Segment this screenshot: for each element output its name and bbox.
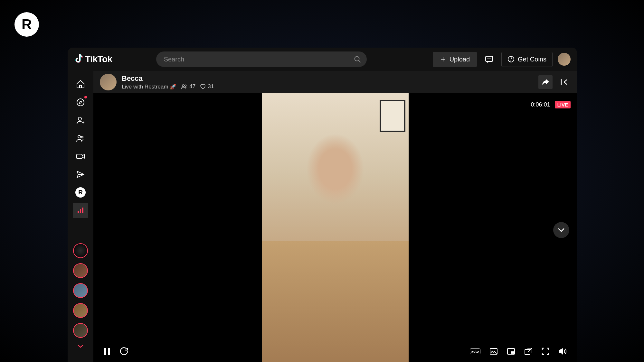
svg-rect-16 xyxy=(80,209,81,213)
sidebar-item-analytics[interactable] xyxy=(73,203,88,218)
search-button[interactable] xyxy=(348,55,367,63)
main-area: R Becca Live wit xyxy=(68,71,577,362)
refresh-icon xyxy=(120,347,128,356)
following-avatar-2[interactable] xyxy=(73,263,88,278)
viewer-count-stat: 47 xyxy=(181,83,195,90)
stream-subtitle: Live with Restream 🚀 xyxy=(122,83,176,90)
tiktok-icon xyxy=(74,54,83,64)
streamer-avatar[interactable] xyxy=(100,74,117,90)
stream-header: Becca Live with Restream 🚀 47 31 xyxy=(93,71,577,93)
svg-point-9 xyxy=(78,117,81,120)
content-area: Becca Live with Restream 🚀 47 31 xyxy=(93,71,577,362)
viewers-icon xyxy=(181,84,187,89)
collapse-icon xyxy=(560,79,568,86)
top-actions: Upload Get Coins xyxy=(433,52,571,67)
popout-icon xyxy=(524,348,533,355)
refresh-button[interactable] xyxy=(120,347,128,356)
pip-icon xyxy=(507,348,515,355)
viewer-count: 47 xyxy=(189,83,195,90)
svg-rect-26 xyxy=(525,349,530,355)
mini-player-button[interactable] xyxy=(507,348,515,355)
profile-avatar[interactable] xyxy=(558,53,571,66)
brand-logo[interactable]: TikTok xyxy=(74,54,112,64)
messages-button[interactable] xyxy=(482,52,496,66)
sidebar-item-explore[interactable] xyxy=(73,95,88,110)
video-area: 0:06:01 LIVE xyxy=(93,93,577,362)
pause-button[interactable] xyxy=(104,347,111,356)
stream-timer: 0:06:01 xyxy=(531,101,550,108)
person-plus-icon xyxy=(76,116,85,125)
svg-rect-22 xyxy=(108,348,110,355)
svg-rect-15 xyxy=(78,211,79,213)
collapse-panel-button[interactable] xyxy=(558,76,571,88)
compass-icon xyxy=(76,98,85,107)
quality-button[interactable]: auto xyxy=(470,348,480,354)
heart-icon xyxy=(200,84,206,89)
svg-point-12 xyxy=(78,135,80,138)
sidebar-item-following[interactable] xyxy=(73,113,88,128)
search-input[interactable] xyxy=(156,56,348,63)
streamer-sub-row: Live with Restream 🚀 47 31 xyxy=(122,83,214,90)
video-icon xyxy=(76,152,85,161)
topbar: TikTok Upload Get Coins xyxy=(68,48,577,71)
fullscreen-button[interactable] xyxy=(542,348,549,355)
notification-dot xyxy=(84,96,87,98)
message-icon xyxy=(485,55,494,64)
home-icon xyxy=(76,79,85,89)
sidebar-item-home[interactable] xyxy=(73,77,88,92)
background-decor xyxy=(380,100,405,132)
svg-point-13 xyxy=(81,136,83,138)
following-avatar-3[interactable] xyxy=(73,283,88,298)
send-icon xyxy=(76,170,85,179)
sidebar-item-restream[interactable]: R xyxy=(73,185,88,200)
landscape-icon xyxy=(489,348,498,355)
streamer-info: Becca Live with Restream 🚀 47 31 xyxy=(122,74,214,90)
chevron-down-icon xyxy=(77,344,84,348)
following-avatar-1[interactable] xyxy=(73,243,88,258)
app-window: TikTok Upload Get Coins xyxy=(68,48,577,362)
streamer-name: Becca xyxy=(122,74,214,83)
volume-button[interactable] xyxy=(558,348,567,355)
chart-icon xyxy=(77,207,84,214)
svg-point-19 xyxy=(185,85,186,87)
theater-mode-button[interactable] xyxy=(489,348,498,355)
following-avatar-5[interactable] xyxy=(73,323,88,338)
upload-button[interactable]: Upload xyxy=(433,52,477,67)
svg-rect-14 xyxy=(77,154,82,159)
search-box xyxy=(156,51,367,67)
svg-rect-25 xyxy=(511,351,514,354)
player-controls: auto xyxy=(93,347,577,356)
overlay-logo-letter: R xyxy=(22,16,32,32)
pop-out-button[interactable] xyxy=(524,348,533,355)
like-count-stat: 31 xyxy=(200,83,214,90)
pause-icon xyxy=(104,347,111,356)
status-overlay: 0:06:01 LIVE xyxy=(531,101,571,108)
svg-point-8 xyxy=(77,99,84,106)
sidebar-item-inbox[interactable] xyxy=(73,167,88,182)
volume-icon xyxy=(558,348,567,355)
share-icon xyxy=(542,79,549,86)
get-coins-button[interactable]: Get Coins xyxy=(501,52,553,67)
scroll-next-button[interactable] xyxy=(553,222,569,238)
coin-icon xyxy=(507,56,515,63)
sidebar-item-friends[interactable] xyxy=(73,131,88,146)
restream-overlay-logo: R xyxy=(14,12,39,37)
following-more-button[interactable] xyxy=(77,344,84,348)
sidebar-item-live[interactable] xyxy=(73,149,88,164)
controls-right: auto xyxy=(470,348,567,355)
following-avatar-4[interactable] xyxy=(73,303,88,318)
video-feed[interactable] xyxy=(262,93,409,362)
restream-logo-icon: R xyxy=(75,187,86,198)
svg-rect-21 xyxy=(104,348,106,355)
svg-rect-7 xyxy=(80,85,81,88)
svg-rect-17 xyxy=(82,208,83,213)
brand-text: TikTok xyxy=(85,54,112,64)
like-count: 31 xyxy=(208,83,214,90)
svg-line-1 xyxy=(359,60,360,62)
search-icon xyxy=(354,55,361,63)
share-button[interactable] xyxy=(538,75,553,89)
live-badge: LIVE xyxy=(555,101,571,108)
plus-icon xyxy=(440,56,446,62)
chevron-down-icon xyxy=(557,228,565,232)
header-actions xyxy=(538,75,571,89)
